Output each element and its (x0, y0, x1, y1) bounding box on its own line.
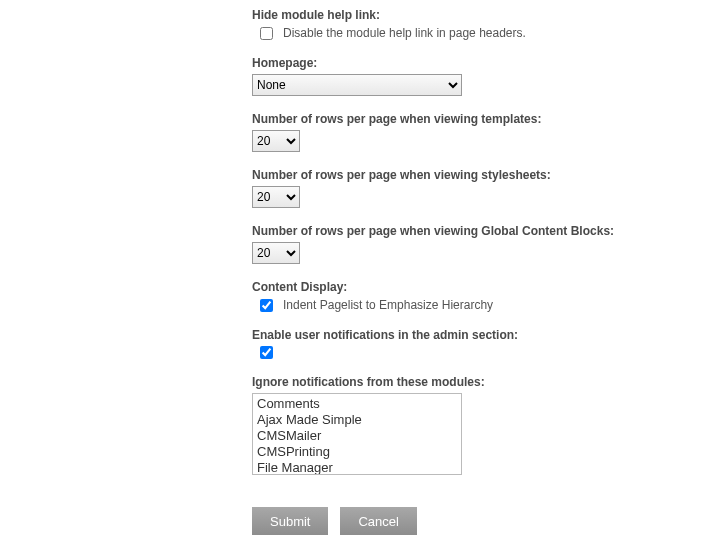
label-rows-templates: Number of rows per page when viewing tem… (252, 112, 710, 126)
field-rows-stylesheets: Number of rows per page when viewing sty… (252, 168, 710, 208)
checkbox-enable-notifications[interactable] (260, 346, 273, 359)
label-rows-stylesheets: Number of rows per page when viewing sty… (252, 168, 710, 182)
field-hide-help: Hide module help link: Disable the modul… (252, 8, 710, 40)
label-homepage: Homepage: (252, 56, 710, 70)
list-item[interactable]: Comments (257, 396, 457, 412)
field-content-display: Content Display: Indent Pagelist to Emph… (252, 280, 710, 312)
field-rows-gcb: Number of rows per page when viewing Glo… (252, 224, 710, 264)
checkbox-label-content-display: Indent Pagelist to Emphasize Hierarchy (283, 298, 493, 312)
label-rows-gcb: Number of rows per page when viewing Glo… (252, 224, 710, 238)
select-homepage[interactable]: None (252, 74, 462, 96)
checkbox-row-content-display[interactable]: Indent Pagelist to Emphasize Hierarchy (252, 298, 710, 312)
checkbox-label-hide-help: Disable the module help link in page hea… (283, 26, 526, 40)
label-ignore-modules: Ignore notifications from these modules: (252, 375, 710, 389)
checkbox-row-enable-notifications[interactable] (252, 346, 710, 359)
listbox-ignore-modules[interactable]: Comments Ajax Made Simple CMSMailer CMSP… (252, 393, 462, 475)
list-item[interactable]: CMSMailer (257, 428, 457, 444)
label-enable-notifications: Enable user notifications in the admin s… (252, 328, 710, 342)
settings-form: Hide module help link: Disable the modul… (0, 0, 710, 546)
label-hide-help: Hide module help link: (252, 8, 710, 22)
select-rows-stylesheets[interactable]: 20 (252, 186, 300, 208)
field-enable-notifications: Enable user notifications in the admin s… (252, 328, 710, 359)
submit-button[interactable]: Submit (252, 507, 328, 535)
list-item[interactable]: Ajax Made Simple (257, 412, 457, 428)
button-row: Submit Cancel (252, 507, 710, 535)
cancel-button[interactable]: Cancel (340, 507, 416, 535)
label-content-display: Content Display: (252, 280, 710, 294)
select-rows-gcb[interactable]: 20 (252, 242, 300, 264)
field-ignore-modules: Ignore notifications from these modules:… (252, 375, 710, 475)
list-item[interactable]: CMSPrinting (257, 444, 457, 460)
checkbox-hide-help[interactable] (260, 27, 273, 40)
list-item[interactable]: File Manager (257, 460, 457, 475)
checkbox-content-display[interactable] (260, 299, 273, 312)
select-rows-templates[interactable]: 20 (252, 130, 300, 152)
checkbox-row-hide-help[interactable]: Disable the module help link in page hea… (252, 26, 710, 40)
field-homepage: Homepage: None (252, 56, 710, 96)
field-rows-templates: Number of rows per page when viewing tem… (252, 112, 710, 152)
